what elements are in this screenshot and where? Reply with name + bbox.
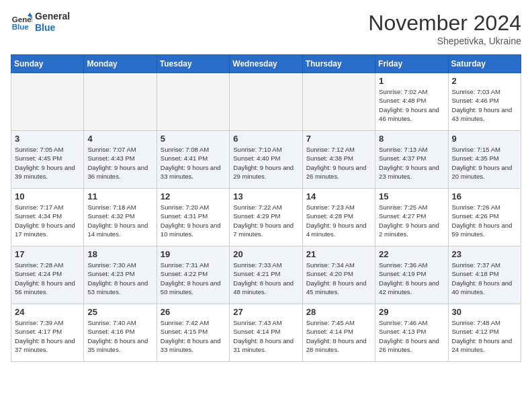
weekday-header-tuesday: Tuesday (157, 55, 229, 73)
day-number: 17 (15, 249, 80, 259)
day-info: Sunrise: 7:22 AM Sunset: 4:29 PM Dayligh… (233, 203, 298, 238)
logo-text: General Blue (35, 11, 70, 34)
day-info: Sunrise: 7:13 AM Sunset: 4:37 PM Dayligh… (379, 145, 444, 181)
calendar-cell (157, 73, 229, 131)
day-info: Sunrise: 7:20 AM Sunset: 4:31 PM Dayligh… (161, 203, 226, 238)
svg-marker-2 (28, 13, 32, 16)
calendar-cell (11, 73, 84, 131)
calendar-cell: 4Sunrise: 7:07 AM Sunset: 4:43 PM Daylig… (84, 131, 157, 189)
day-info: Sunrise: 7:26 AM Sunset: 4:26 PM Dayligh… (452, 203, 517, 238)
day-number: 28 (306, 307, 371, 317)
day-info: Sunrise: 7:37 AM Sunset: 4:18 PM Dayligh… (452, 261, 517, 296)
calendar-cell: 15Sunrise: 7:25 AM Sunset: 4:27 PM Dayli… (375, 189, 448, 246)
day-number: 16 (452, 191, 517, 201)
calendar-cell: 18Sunrise: 7:30 AM Sunset: 4:23 PM Dayli… (84, 246, 157, 304)
weekday-header-row: SundayMondayTuesdayWednesdayThursdayFrid… (11, 55, 521, 73)
svg-text:Blue: Blue (12, 22, 30, 30)
week-row-2: 3Sunrise: 7:05 AM Sunset: 4:45 PM Daylig… (11, 131, 521, 189)
day-number: 18 (87, 249, 152, 259)
calendar-cell: 21Sunrise: 7:34 AM Sunset: 4:20 PM Dayli… (302, 246, 375, 304)
day-number: 20 (233, 249, 298, 259)
day-info: Sunrise: 7:34 AM Sunset: 4:20 PM Dayligh… (306, 261, 371, 296)
day-info: Sunrise: 7:07 AM Sunset: 4:43 PM Dayligh… (87, 145, 152, 181)
logo-icon: General Blue (11, 11, 32, 33)
day-number: 25 (87, 307, 152, 317)
day-info: Sunrise: 7:30 AM Sunset: 4:23 PM Dayligh… (87, 261, 152, 296)
day-info: Sunrise: 7:28 AM Sunset: 4:24 PM Dayligh… (15, 261, 80, 296)
calendar-cell: 14Sunrise: 7:23 AM Sunset: 4:28 PM Dayli… (302, 189, 375, 246)
day-info: Sunrise: 7:43 AM Sunset: 4:14 PM Dayligh… (233, 318, 298, 354)
day-number: 2 (452, 76, 517, 86)
calendar-cell: 28Sunrise: 7:45 AM Sunset: 4:14 PM Dayli… (302, 304, 375, 362)
day-number: 22 (379, 249, 444, 259)
calendar-cell: 24Sunrise: 7:39 AM Sunset: 4:17 PM Dayli… (11, 304, 84, 362)
calendar-cell: 22Sunrise: 7:36 AM Sunset: 4:19 PM Dayli… (375, 246, 448, 304)
day-info: Sunrise: 7:08 AM Sunset: 4:41 PM Dayligh… (161, 145, 226, 181)
calendar-cell: 10Sunrise: 7:17 AM Sunset: 4:34 PM Dayli… (11, 189, 84, 246)
day-info: Sunrise: 7:40 AM Sunset: 4:16 PM Dayligh… (87, 318, 152, 354)
day-info: Sunrise: 7:48 AM Sunset: 4:12 PM Dayligh… (452, 318, 517, 354)
calendar-cell: 26Sunrise: 7:42 AM Sunset: 4:15 PM Dayli… (157, 304, 229, 362)
calendar-cell: 30Sunrise: 7:48 AM Sunset: 4:12 PM Dayli… (448, 304, 521, 362)
day-info: Sunrise: 7:33 AM Sunset: 4:21 PM Dayligh… (233, 261, 298, 296)
calendar-cell (84, 73, 157, 131)
day-number: 14 (306, 191, 371, 201)
calendar-cell: 1Sunrise: 7:02 AM Sunset: 4:48 PM Daylig… (375, 73, 448, 131)
week-row-1: 1Sunrise: 7:02 AM Sunset: 4:48 PM Daylig… (11, 73, 521, 131)
calendar-cell: 17Sunrise: 7:28 AM Sunset: 4:24 PM Dayli… (11, 246, 84, 304)
day-number: 5 (161, 134, 226, 144)
calendar-cell: 20Sunrise: 7:33 AM Sunset: 4:21 PM Dayli… (230, 246, 302, 304)
day-info: Sunrise: 7:02 AM Sunset: 4:48 PM Dayligh… (379, 87, 444, 123)
calendar-cell: 7Sunrise: 7:12 AM Sunset: 4:38 PM Daylig… (302, 131, 375, 189)
calendar-cell: 6Sunrise: 7:10 AM Sunset: 4:40 PM Daylig… (230, 131, 302, 189)
calendar-cell: 25Sunrise: 7:40 AM Sunset: 4:16 PM Dayli… (84, 304, 157, 362)
calendar-cell (230, 73, 302, 131)
location: Shepetivka, Ukraine (368, 36, 521, 46)
day-number: 10 (15, 191, 80, 201)
day-number: 30 (452, 307, 517, 317)
day-info: Sunrise: 7:39 AM Sunset: 4:17 PM Dayligh… (15, 318, 80, 354)
title-block: November 2024 Shepetivka, Ukraine (368, 11, 521, 46)
calendar-cell: 5Sunrise: 7:08 AM Sunset: 4:41 PM Daylig… (157, 131, 229, 189)
day-info: Sunrise: 7:31 AM Sunset: 4:22 PM Dayligh… (161, 261, 226, 296)
calendar-cell: 8Sunrise: 7:13 AM Sunset: 4:37 PM Daylig… (375, 131, 448, 189)
day-info: Sunrise: 7:10 AM Sunset: 4:40 PM Dayligh… (233, 145, 298, 181)
page-header: General Blue General Blue November 2024 … (11, 11, 521, 46)
calendar-table: SundayMondayTuesdayWednesdayThursdayFrid… (11, 54, 521, 362)
day-number: 21 (306, 249, 371, 259)
calendar-cell: 12Sunrise: 7:20 AM Sunset: 4:31 PM Dayli… (157, 189, 229, 246)
month-title: November 2024 (368, 11, 521, 36)
day-number: 7 (306, 134, 371, 144)
weekday-header-saturday: Saturday (448, 55, 521, 73)
calendar-cell: 2Sunrise: 7:03 AM Sunset: 4:46 PM Daylig… (448, 73, 521, 131)
week-row-5: 24Sunrise: 7:39 AM Sunset: 4:17 PM Dayli… (11, 304, 521, 362)
calendar-cell: 11Sunrise: 7:18 AM Sunset: 4:32 PM Dayli… (84, 189, 157, 246)
day-info: Sunrise: 7:18 AM Sunset: 4:32 PM Dayligh… (87, 203, 152, 238)
day-info: Sunrise: 7:17 AM Sunset: 4:34 PM Dayligh… (15, 203, 80, 238)
day-number: 4 (87, 134, 152, 144)
day-number: 8 (379, 134, 444, 144)
day-number: 11 (87, 191, 152, 201)
calendar-cell (302, 73, 375, 131)
calendar-cell: 16Sunrise: 7:26 AM Sunset: 4:26 PM Dayli… (448, 189, 521, 246)
day-number: 13 (233, 191, 298, 201)
calendar-cell: 9Sunrise: 7:15 AM Sunset: 4:35 PM Daylig… (448, 131, 521, 189)
weekday-header-wednesday: Wednesday (230, 55, 302, 73)
calendar-cell: 3Sunrise: 7:05 AM Sunset: 4:45 PM Daylig… (11, 131, 84, 189)
day-info: Sunrise: 7:46 AM Sunset: 4:13 PM Dayligh… (379, 318, 444, 354)
day-number: 1 (379, 76, 444, 86)
day-info: Sunrise: 7:15 AM Sunset: 4:35 PM Dayligh… (452, 145, 517, 181)
day-info: Sunrise: 7:05 AM Sunset: 4:45 PM Dayligh… (15, 145, 80, 181)
weekday-header-monday: Monday (84, 55, 157, 73)
day-info: Sunrise: 7:25 AM Sunset: 4:27 PM Dayligh… (379, 203, 444, 238)
calendar-cell: 23Sunrise: 7:37 AM Sunset: 4:18 PM Dayli… (448, 246, 521, 304)
day-info: Sunrise: 7:23 AM Sunset: 4:28 PM Dayligh… (306, 203, 371, 238)
calendar-cell: 29Sunrise: 7:46 AM Sunset: 4:13 PM Dayli… (375, 304, 448, 362)
day-number: 24 (15, 307, 80, 317)
logo: General Blue General Blue (11, 11, 70, 34)
day-number: 26 (161, 307, 226, 317)
day-number: 3 (15, 134, 80, 144)
day-info: Sunrise: 7:12 AM Sunset: 4:38 PM Dayligh… (306, 145, 371, 181)
day-info: Sunrise: 7:36 AM Sunset: 4:19 PM Dayligh… (379, 261, 444, 296)
day-number: 15 (379, 191, 444, 201)
